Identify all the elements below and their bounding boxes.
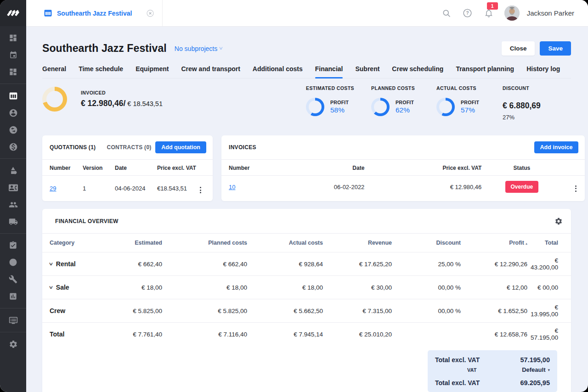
vat-scheme-dropdown[interactable]: Defeault ▾ [522,366,550,373]
sidebar-item-repairs[interactable] [0,271,26,288]
financial-metrics: INVOICED € 12.980,46/ € 18.543,51 ESTIMA… [42,84,571,130]
invoices-title: INVOICES [229,144,256,151]
table-row-crew: Crew € 5.825,00 € 5.825,00 € 5.662,50 € … [42,299,571,323]
tab-additional-costs[interactable]: Additional costs [253,65,303,78]
tab-quotations[interactable]: QUOTATIONS (1) [50,144,96,151]
col-profit[interactable]: Profit▴ [461,240,527,246]
expand-chevron-icon[interactable]: ˅ [49,262,53,267]
invoice-menu-button[interactable] [574,185,577,193]
sidebar-item-planboard[interactable] [0,63,26,80]
invoice-row: 10 06-02-2022 € 12.980,46 Overdue [221,176,585,198]
sidebar-item-contact-cards[interactable] [0,179,26,196]
sidebar-item-time[interactable] [0,254,26,271]
tab-time-schedule[interactable]: Time schedule [79,65,123,78]
page-title: Southearth Jazz Festival [42,42,167,55]
tab-financial[interactable]: Financial [315,65,343,78]
table-settings-button[interactable] [554,217,563,225]
col-revenue[interactable]: Revenue [323,240,392,246]
rentman-logo[interactable] [0,0,26,26]
vat-summary-box: Total excl. VAT 57.195,00 VAT Defeault ▾… [428,350,557,392]
sidebar-item-equipment[interactable] [0,162,26,179]
close-button[interactable]: Close [502,41,535,56]
tab-crew-and-transport[interactable]: Crew and transport [181,65,240,78]
expand-chevron-icon[interactable]: ˅ [49,285,53,290]
col-number: Number [50,165,83,171]
truck-icon [9,217,18,226]
col-estimated[interactable]: Estimated [114,240,162,246]
add-invoice-button[interactable]: Add invoice [534,141,579,153]
profit-label: PROFIT [330,100,349,105]
profit-value: 57% [461,106,479,114]
subprojects-dropdown[interactable]: No subprojects ˅ [175,45,222,52]
sidebar-item-dashboard[interactable] [0,29,26,46]
sidebar-item-account[interactable] [0,104,26,121]
tab-crew-scheduling[interactable]: Crew scheduling [392,65,443,78]
calendar-icon [9,51,17,59]
col-planned-costs[interactable]: Planned costs [162,240,247,246]
projects-icon [9,91,18,101]
avatar[interactable] [504,6,520,21]
sidebar-item-tasks[interactable] [0,237,26,254]
col-total[interactable]: Total [527,240,558,246]
invoiced-amount: € 12.980,46/ € 18.543,51 [81,99,163,108]
sidebar-item-crew[interactable] [0,196,26,213]
account-circle-icon [9,108,18,118]
notifications-button[interactable]: 1 [483,8,494,19]
close-tab-button[interactable] [147,10,154,17]
save-button[interactable]: Save [540,41,571,56]
total-incl-vat-value: 69.205,95 [520,379,550,386]
discount-percent: 27% [503,114,541,121]
profit-value: 58% [330,106,349,114]
sidebar-item-transfers[interactable] [0,121,26,138]
sidebar-item-finance[interactable] [0,138,26,155]
quotation-menu-button[interactable] [199,186,202,194]
col-number: Number [229,165,249,171]
sidebar-item-settings[interactable] [0,336,26,353]
actual-costs-gauge: ACTUAL COSTS PROFIT 57% [436,85,479,116]
col-discount[interactable]: Discount [392,240,461,246]
add-quotation-button[interactable]: Add quotation [155,141,206,153]
invoice-price: € 12.980,46 [364,184,481,190]
profit-label: PROFIT [396,100,414,105]
monitor-icon [9,316,18,325]
sidebar-item-transport[interactable] [0,213,26,230]
actual-costs-label: ACTUAL COSTS [436,85,479,91]
contact-card-icon [9,183,18,192]
tab-subrent[interactable]: Subrent [355,65,379,78]
help-button[interactable]: ? [462,8,473,19]
tab-general[interactable]: General [42,65,66,78]
category-label: Rental [56,260,76,268]
user-name[interactable]: Jackson Parker [527,9,574,17]
tab-contracts[interactable]: CONTRACTS (0) [107,144,151,151]
financial-overview-panel: FINANCIAL OVERVIEW Category Estimated Pl… [42,209,571,392]
category-label: Sale [56,284,69,291]
discount-label: DISCOUNT [503,85,541,91]
quotation-number-link[interactable]: 29 [50,185,56,192]
bar-chart-icon [9,292,17,301]
planned-costs-label: PLANNED COSTS [371,85,415,91]
sidebar-item-statistics[interactable] [0,288,26,305]
tab-history-log[interactable]: History log [526,65,560,78]
invoiced-donut [42,87,67,112]
tab-transport-planning[interactable]: Transport planning [456,65,514,78]
close-icon [147,10,154,17]
sidebar-item-calendar[interactable] [0,46,26,63]
quotation-date: 04-06-2024 [115,185,157,192]
invoice-number-link[interactable]: 10 [229,184,235,190]
tab-equipment[interactable]: Equipment [136,65,169,78]
planboard-icon [9,67,17,76]
col-actual-costs[interactable]: Actual costs [247,240,323,246]
open-project-tab[interactable]: Southearth Jazz Festival [26,0,162,26]
total-incl-vat-label: Total excl. VAT [435,379,480,386]
search-button[interactable] [441,8,452,19]
sidebar-item-workstation[interactable] [0,312,26,329]
bell-icon [484,9,493,18]
category-label: Crew [50,307,65,314]
quotations-panel: QUOTATIONS (1) CONTRACTS (0) Add quotati… [42,135,213,201]
table-row-sale: ˅Sale € 18,00 € 18,00 € 18,00 € 30,00 00… [42,276,571,299]
main-content: Southearth Jazz Festival No subprojects … [26,26,588,392]
help-icon: ? [463,8,472,18]
col-category[interactable]: Category [50,240,114,246]
sidebar-item-projects[interactable] [0,87,26,104]
chevron-down-icon: ▾ [548,368,550,372]
